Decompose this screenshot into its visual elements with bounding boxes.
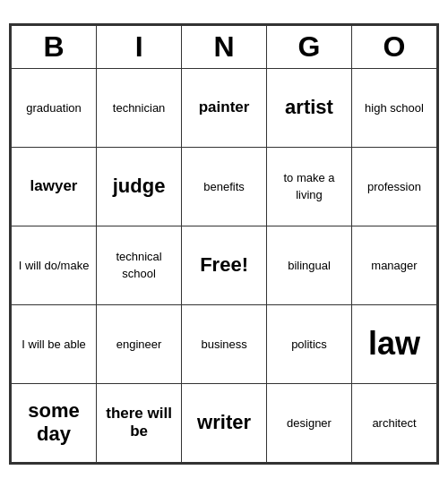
bingo-cell-r2-c1: technical school — [97, 226, 182, 304]
bingo-cell-r1-c0: lawyer — [12, 147, 97, 226]
bingo-cell-r3-c3: politics — [267, 304, 352, 383]
header-cell-b: B — [12, 25, 97, 68]
bingo-row-0: graduationtechnicianpainterartisthigh sc… — [12, 68, 437, 147]
cell-text: writer — [197, 411, 251, 433]
bingo-cell-r0-c2: painter — [182, 68, 267, 147]
cell-text: I will do/make — [19, 259, 90, 272]
cell-text: designer — [287, 416, 332, 430]
bingo-cell-r2-c3: bilingual — [267, 226, 352, 304]
cell-text: engineer — [116, 337, 162, 351]
bingo-cell-r4-c4: architect — [351, 383, 436, 462]
cell-text: technical school — [116, 250, 161, 280]
cell-text: lawyer — [30, 177, 78, 194]
cell-text: law — [368, 325, 420, 362]
bingo-cell-r2-c4: manager — [351, 226, 436, 304]
cell-text: politics — [291, 337, 327, 351]
bingo-cell-r0-c1: technician — [97, 68, 182, 147]
cell-text: high school — [365, 101, 424, 115]
bingo-header: BINGO — [12, 25, 437, 68]
bingo-cell-r3-c4: law — [351, 304, 436, 383]
cell-text: business — [201, 337, 246, 351]
bingo-row-2: I will do/maketechnical schoolFree!bilin… — [12, 226, 437, 304]
cell-text: I will be able — [22, 337, 86, 351]
cell-text: artist — [285, 96, 333, 118]
cell-text: technician — [113, 101, 166, 115]
bingo-row-1: lawyerjudgebenefitsto make a livingprofe… — [12, 147, 437, 226]
cell-text: painter — [199, 98, 250, 115]
bingo-cell-r3-c2: business — [182, 304, 267, 383]
bingo-cell-r2-c2: Free! — [182, 226, 267, 304]
bingo-cell-r0-c4: high school — [351, 68, 436, 147]
bingo-cell-r3-c0: I will be able — [12, 304, 97, 383]
bingo-card: BINGO graduationtechnicianpainterartisth… — [9, 23, 439, 465]
cell-text: Free! — [200, 253, 248, 276]
cell-text: some day — [28, 399, 79, 445]
cell-text: judge — [113, 175, 166, 197]
bingo-cell-r4-c2: writer — [182, 383, 267, 462]
cell-text: there will be — [106, 405, 172, 440]
bingo-row-4: some daythere will bewriterdesignerarchi… — [12, 383, 437, 462]
cell-text: to make a living — [283, 171, 334, 201]
cell-text: bilingual — [288, 259, 331, 272]
bingo-cell-r0-c0: graduation — [12, 68, 97, 147]
bingo-cell-r0-c3: artist — [267, 68, 352, 147]
header-cell-i: I — [97, 25, 182, 68]
bingo-cell-r1-c3: to make a living — [267, 147, 352, 226]
cell-text: profession — [367, 180, 421, 193]
bingo-cell-r4-c3: designer — [267, 383, 352, 462]
bingo-row-3: I will be ableengineerbusinesspoliticsla… — [12, 304, 437, 383]
bingo-cell-r1-c4: profession — [351, 147, 436, 226]
bingo-cell-r4-c1: there will be — [97, 383, 182, 462]
cell-text: architect — [372, 416, 416, 430]
bingo-cell-r3-c1: engineer — [97, 304, 182, 383]
cell-text: benefits — [203, 180, 245, 193]
bingo-cell-r2-c0: I will do/make — [12, 226, 97, 304]
header-cell-o: O — [351, 25, 436, 68]
bingo-cell-r1-c2: benefits — [182, 147, 267, 226]
header-cell-g: G — [267, 25, 352, 68]
bingo-cell-r1-c1: judge — [97, 147, 182, 226]
bingo-cell-r4-c0: some day — [12, 383, 97, 462]
cell-text: manager — [371, 259, 417, 272]
cell-text: graduation — [26, 101, 81, 115]
header-cell-n: N — [182, 25, 267, 68]
